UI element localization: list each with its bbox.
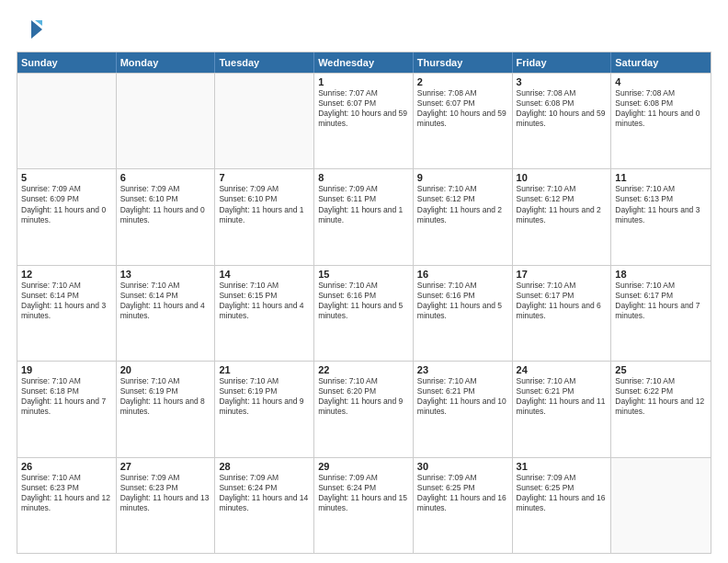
page: SundayMondayTuesdayWednesdayThursdayFrid…	[0, 0, 728, 563]
day-cell-9: 9Sunrise: 7:10 AM Sunset: 6:12 PM Daylig…	[414, 169, 513, 264]
day-info-21: Sunrise: 7:10 AM Sunset: 6:19 PM Dayligh…	[219, 376, 310, 417]
day-number-22: 22	[318, 364, 409, 375]
day-info-10: Sunrise: 7:10 AM Sunset: 6:12 PM Dayligh…	[517, 184, 608, 224]
day-number-11: 11	[615, 172, 707, 183]
day-cell-25: 25Sunrise: 7:10 AM Sunset: 6:22 PM Dayli…	[611, 362, 711, 456]
day-number-2: 2	[417, 76, 508, 87]
day-cell-22: 22Sunrise: 7:10 AM Sunset: 6:20 PM Dayli…	[314, 362, 414, 456]
empty-cell-0-0	[17, 74, 117, 168]
day-number-3: 3	[517, 76, 608, 87]
day-info-13: Sunrise: 7:10 AM Sunset: 6:14 PM Dayligh…	[120, 281, 211, 321]
day-info-14: Sunrise: 7:10 AM Sunset: 6:15 PM Dayligh…	[219, 281, 310, 321]
header	[17, 17, 711, 42]
day-cell-18: 18Sunrise: 7:10 AM Sunset: 6:17 PM Dayli…	[611, 266, 711, 361]
day-info-25: Sunrise: 7:10 AM Sunset: 6:22 PM Dayligh…	[615, 376, 707, 417]
day-cell-20: 20Sunrise: 7:10 AM Sunset: 6:19 PM Dayli…	[117, 362, 216, 456]
day-cell-17: 17Sunrise: 7:10 AM Sunset: 6:17 PM Dayli…	[513, 266, 612, 361]
day-info-1: Sunrise: 7:07 AM Sunset: 6:07 PM Dayligh…	[318, 88, 409, 129]
day-number-10: 10	[517, 172, 608, 183]
empty-cell-0-1	[117, 74, 216, 168]
calendar: SundayMondayTuesdayWednesdayThursdayFrid…	[17, 52, 711, 554]
day-number-21: 21	[219, 364, 310, 375]
day-number-12: 12	[21, 269, 112, 280]
day-info-27: Sunrise: 7:09 AM Sunset: 6:23 PM Dayligh…	[120, 473, 211, 513]
day-cell-29: 29Sunrise: 7:09 AM Sunset: 6:24 PM Dayli…	[314, 458, 414, 553]
day-number-8: 8	[318, 172, 409, 183]
day-number-14: 14	[219, 269, 310, 280]
empty-cell-4-6	[611, 458, 711, 553]
header-cell-wednesday: Wednesday	[314, 52, 414, 73]
day-info-15: Sunrise: 7:10 AM Sunset: 6:16 PM Dayligh…	[318, 281, 409, 321]
day-cell-28: 28Sunrise: 7:09 AM Sunset: 6:24 PM Dayli…	[215, 458, 314, 553]
week-row-2: 5Sunrise: 7:09 AM Sunset: 6:09 PM Daylig…	[17, 168, 711, 264]
day-cell-13: 13Sunrise: 7:10 AM Sunset: 6:14 PM Dayli…	[117, 266, 216, 361]
day-cell-3: 3Sunrise: 7:08 AM Sunset: 6:08 PM Daylig…	[513, 74, 612, 168]
day-number-1: 1	[318, 76, 409, 87]
header-cell-sunday: Sunday	[17, 52, 117, 73]
day-cell-30: 30Sunrise: 7:09 AM Sunset: 6:25 PM Dayli…	[414, 458, 513, 553]
day-info-24: Sunrise: 7:10 AM Sunset: 6:21 PM Dayligh…	[517, 376, 608, 417]
day-cell-11: 11Sunrise: 7:10 AM Sunset: 6:13 PM Dayli…	[611, 169, 711, 264]
day-cell-7: 7Sunrise: 7:09 AM Sunset: 6:10 PM Daylig…	[215, 169, 314, 264]
header-cell-monday: Monday	[117, 52, 216, 73]
day-cell-8: 8Sunrise: 7:09 AM Sunset: 6:11 PM Daylig…	[314, 169, 414, 264]
day-number-31: 31	[517, 461, 608, 472]
day-number-16: 16	[417, 269, 508, 280]
day-cell-23: 23Sunrise: 7:10 AM Sunset: 6:21 PM Dayli…	[414, 362, 513, 456]
week-row-4: 19Sunrise: 7:10 AM Sunset: 6:18 PM Dayli…	[17, 361, 711, 456]
day-info-23: Sunrise: 7:10 AM Sunset: 6:21 PM Dayligh…	[417, 376, 508, 417]
day-number-18: 18	[615, 269, 707, 280]
logo	[17, 17, 46, 42]
day-cell-12: 12Sunrise: 7:10 AM Sunset: 6:14 PM Dayli…	[17, 266, 117, 361]
day-info-4: Sunrise: 7:08 AM Sunset: 6:08 PM Dayligh…	[615, 88, 707, 129]
day-info-9: Sunrise: 7:10 AM Sunset: 6:12 PM Dayligh…	[417, 184, 508, 224]
day-info-31: Sunrise: 7:09 AM Sunset: 6:25 PM Dayligh…	[517, 473, 608, 513]
header-cell-friday: Friday	[513, 52, 612, 73]
day-cell-21: 21Sunrise: 7:10 AM Sunset: 6:19 PM Dayli…	[215, 362, 314, 456]
day-cell-15: 15Sunrise: 7:10 AM Sunset: 6:16 PM Dayli…	[314, 266, 414, 361]
calendar-header: SundayMondayTuesdayWednesdayThursdayFrid…	[17, 52, 711, 73]
day-number-20: 20	[120, 364, 211, 375]
day-cell-4: 4Sunrise: 7:08 AM Sunset: 6:08 PM Daylig…	[611, 74, 711, 168]
week-row-3: 12Sunrise: 7:10 AM Sunset: 6:14 PM Dayli…	[17, 265, 711, 361]
day-cell-10: 10Sunrise: 7:10 AM Sunset: 6:12 PM Dayli…	[513, 169, 612, 264]
day-info-20: Sunrise: 7:10 AM Sunset: 6:19 PM Dayligh…	[120, 376, 211, 417]
day-number-27: 27	[120, 461, 211, 472]
header-cell-tuesday: Tuesday	[215, 52, 314, 73]
empty-cell-0-2	[215, 74, 314, 168]
header-cell-thursday: Thursday	[414, 52, 513, 73]
day-cell-24: 24Sunrise: 7:10 AM Sunset: 6:21 PM Dayli…	[513, 362, 612, 456]
day-cell-27: 27Sunrise: 7:09 AM Sunset: 6:23 PM Dayli…	[117, 458, 216, 553]
day-info-30: Sunrise: 7:09 AM Sunset: 6:25 PM Dayligh…	[417, 473, 508, 513]
day-number-5: 5	[21, 172, 112, 183]
day-cell-14: 14Sunrise: 7:10 AM Sunset: 6:15 PM Dayli…	[215, 266, 314, 361]
day-info-16: Sunrise: 7:10 AM Sunset: 6:16 PM Dayligh…	[417, 281, 508, 321]
day-cell-26: 26Sunrise: 7:10 AM Sunset: 6:23 PM Dayli…	[17, 458, 117, 553]
day-cell-1: 1Sunrise: 7:07 AM Sunset: 6:07 PM Daylig…	[314, 74, 414, 168]
day-info-5: Sunrise: 7:09 AM Sunset: 6:09 PM Dayligh…	[21, 184, 112, 224]
day-cell-19: 19Sunrise: 7:10 AM Sunset: 6:18 PM Dayli…	[17, 362, 117, 456]
day-info-11: Sunrise: 7:10 AM Sunset: 6:13 PM Dayligh…	[615, 184, 707, 224]
week-row-1: 1Sunrise: 7:07 AM Sunset: 6:07 PM Daylig…	[17, 73, 711, 168]
day-cell-5: 5Sunrise: 7:09 AM Sunset: 6:09 PM Daylig…	[17, 169, 117, 264]
day-cell-6: 6Sunrise: 7:09 AM Sunset: 6:10 PM Daylig…	[117, 169, 216, 264]
day-cell-2: 2Sunrise: 7:08 AM Sunset: 6:07 PM Daylig…	[414, 74, 513, 168]
logo-icon	[17, 17, 42, 42]
day-number-26: 26	[21, 461, 112, 472]
day-info-2: Sunrise: 7:08 AM Sunset: 6:07 PM Dayligh…	[417, 88, 508, 129]
day-info-12: Sunrise: 7:10 AM Sunset: 6:14 PM Dayligh…	[21, 281, 112, 321]
day-info-22: Sunrise: 7:10 AM Sunset: 6:20 PM Dayligh…	[318, 376, 409, 417]
day-info-6: Sunrise: 7:09 AM Sunset: 6:10 PM Dayligh…	[120, 184, 211, 224]
day-info-26: Sunrise: 7:10 AM Sunset: 6:23 PM Dayligh…	[21, 473, 112, 513]
day-number-30: 30	[417, 461, 508, 472]
day-number-15: 15	[318, 269, 409, 280]
day-info-18: Sunrise: 7:10 AM Sunset: 6:17 PM Dayligh…	[615, 281, 707, 321]
day-cell-16: 16Sunrise: 7:10 AM Sunset: 6:16 PM Dayli…	[414, 266, 513, 361]
day-info-28: Sunrise: 7:09 AM Sunset: 6:24 PM Dayligh…	[219, 473, 310, 513]
day-info-7: Sunrise: 7:09 AM Sunset: 6:10 PM Dayligh…	[219, 184, 310, 224]
week-row-5: 26Sunrise: 7:10 AM Sunset: 6:23 PM Dayli…	[17, 457, 711, 553]
day-number-25: 25	[615, 364, 707, 375]
day-info-19: Sunrise: 7:10 AM Sunset: 6:18 PM Dayligh…	[21, 376, 112, 417]
day-number-24: 24	[517, 364, 608, 375]
day-number-4: 4	[615, 76, 707, 87]
